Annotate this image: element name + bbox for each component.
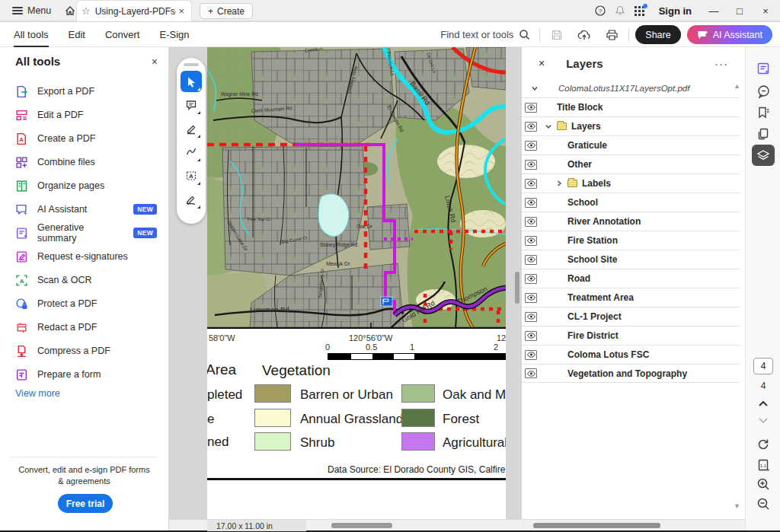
help-button[interactable]: ? — [590, 2, 610, 20]
document-vertical-scrollbar[interactable] — [514, 47, 520, 519]
minimize-button[interactable]: — — [701, 0, 727, 21]
layer-visibility-toggle[interactable] — [525, 141, 537, 151]
layer-group-labels[interactable]: Labels — [522, 174, 740, 193]
sign-in-button[interactable]: Sign in — [650, 5, 701, 17]
next-page-button[interactable] — [752, 413, 775, 428]
layer-visibility-toggle[interactable] — [525, 274, 537, 284]
ai-assistant-button[interactable]: AI Assistant — [687, 25, 772, 44]
layer-row-river-annotation[interactable]: River Annotation — [522, 212, 740, 231]
bookmarks-rail-button[interactable] — [752, 102, 775, 123]
page-thumbnails-rail-button[interactable] — [752, 123, 775, 145]
tool-redact-pdf[interactable]: Redact a PDF — [9, 317, 160, 338]
layer-row-school[interactable]: School — [522, 193, 740, 212]
tool-combine-files[interactable]: Combine files — [9, 151, 160, 173]
scroll-up-arrow-icon[interactable]: ▲ — [734, 82, 740, 90]
select-tool-button[interactable] — [181, 71, 202, 92]
layer-row-treatment-area[interactable]: Treatment Area — [522, 288, 740, 307]
notifications-button[interactable] — [610, 2, 630, 20]
layers-overflow-menu[interactable]: ··· — [714, 57, 728, 70]
layer-visibility-toggle[interactable] — [525, 350, 537, 360]
layer-visibility-toggle[interactable] — [525, 236, 537, 246]
menu-convert[interactable]: Convert — [105, 22, 140, 47]
share-button[interactable]: Share — [635, 25, 680, 44]
tool-compress-pdf[interactable]: Compress a PDF — [9, 340, 160, 362]
tool-create-pdf[interactable]: A Create a PDF — [9, 128, 160, 149]
layer-row-fire-district[interactable]: Fire District — [522, 326, 740, 345]
tool-edit-pdf[interactable]: Edit a PDF — [9, 104, 160, 126]
view-more-link[interactable]: View more — [15, 388, 60, 399]
previous-page-button[interactable] — [752, 396, 775, 411]
tool-prepare-form[interactable]: Prepare a form — [9, 364, 160, 385]
tool-scan-ocr[interactable]: A Scan & OCR — [9, 269, 160, 291]
generative-summary-rail-button[interactable] — [752, 58, 775, 79]
menu-edit[interactable]: Edit — [69, 22, 85, 47]
layers-close-icon[interactable]: × — [539, 57, 545, 69]
tool-organize-pages[interactable]: Organize pages — [9, 175, 160, 196]
layer-visibility-toggle[interactable] — [525, 368, 537, 378]
layer-row-graticule[interactable]: Graticule — [522, 135, 740, 155]
fit-page-button[interactable]: 1:1 — [752, 454, 775, 476]
close-button[interactable]: × — [753, 0, 778, 21]
menu-all-tools[interactable]: All tools — [14, 22, 49, 47]
layer-visibility-toggle[interactable] — [525, 179, 537, 189]
layer-visibility-toggle[interactable] — [525, 160, 537, 170]
star-icon[interactable]: ☆ — [82, 5, 91, 17]
layer-row-school-site[interactable]: School Site — [522, 250, 740, 269]
tool-request-esignatures[interactable]: Request e-signatures — [9, 246, 160, 267]
print-button[interactable] — [601, 25, 622, 45]
layers-document-row[interactable]: ColomaLotus11X17LayersOpt.pdf — [522, 79, 740, 97]
create-tab-button[interactable]: + Create — [200, 3, 253, 19]
layer-visibility-toggle[interactable] — [525, 312, 537, 322]
find-text-button[interactable]: Find text or tools — [440, 29, 533, 40]
layer-visibility-toggle[interactable] — [525, 217, 537, 227]
tool-export-pdf[interactable]: Export a PDF — [9, 81, 160, 102]
fill-sign-tool-button[interactable] — [181, 189, 202, 210]
layer-row-other[interactable]: Other — [522, 155, 740, 174]
tool-generative-summary[interactable]: Generative summary NEW — [9, 222, 160, 244]
layer-visibility-toggle[interactable] — [525, 198, 537, 208]
tool-ai-assistant[interactable]: AI Assistant NEW — [9, 199, 160, 220]
toolbar-drag-handle[interactable] — [184, 63, 199, 66]
layer-row-vegetation-topography[interactable]: Vegetation and Topography — [522, 364, 740, 383]
apps-button[interactable] — [630, 2, 650, 20]
draw-tool-button[interactable] — [181, 142, 202, 163]
document-horizontal-scrollbar-thumb[interactable] — [331, 523, 392, 528]
layers-rail-button[interactable] — [752, 145, 775, 166]
save-button[interactable] — [546, 25, 567, 45]
layer-visibility-toggle[interactable] — [525, 293, 537, 303]
layer-row-fire-station[interactable]: Fire Station — [522, 231, 740, 250]
zoom-out-button[interactable] — [752, 493, 775, 514]
all-tools-close-icon[interactable]: × — [152, 56, 158, 68]
chevron-down-icon[interactable] — [545, 123, 552, 130]
maximize-button[interactable]: □ — [727, 0, 753, 21]
comment-tool-button[interactable] — [181, 94, 202, 116]
upload-cloud-button[interactable] — [574, 25, 595, 45]
layer-row-coloma-lotus-fsc[interactable]: Coloma Lotus FSC — [522, 345, 740, 364]
all-tools-panel: All tools × Export a PDF Edit a PDF A Cr… — [0, 47, 169, 530]
menu-esign[interactable]: E-Sign — [159, 22, 189, 47]
layer-row-title-block[interactable]: Title Block — [522, 97, 740, 116]
layer-visibility-toggle[interactable] — [525, 103, 537, 113]
free-trial-button[interactable]: Free trial — [58, 494, 113, 513]
scroll-down-arrow-icon[interactable]: ▼ — [734, 502, 740, 510]
menu-button[interactable]: Menu — [6, 2, 57, 19]
zoom-in-button[interactable] — [752, 473, 775, 495]
highlight-tool-button[interactable] — [181, 118, 202, 139]
comments-rail-button[interactable] — [752, 81, 775, 102]
add-text-box-tool-button[interactable]: A — [181, 165, 202, 186]
layer-group-layers[interactable]: Layers — [522, 116, 740, 135]
chevron-down-icon[interactable] — [531, 84, 539, 92]
layer-row-road[interactable]: Road — [522, 269, 740, 288]
layer-visibility-toggle[interactable] — [525, 122, 537, 132]
rotate-page-button[interactable] — [752, 434, 775, 455]
chevron-right-icon[interactable] — [555, 180, 563, 187]
layer-visibility-toggle[interactable] — [525, 331, 537, 341]
document-tab[interactable]: ☆ Using-Layerd-PDFs-wit... × — [76, 0, 192, 21]
layer-visibility-toggle[interactable] — [525, 255, 537, 265]
layer-row-cl1-project[interactable]: CL-1 Project — [522, 307, 740, 326]
layers-horizontal-scrollbar-thumb[interactable] — [533, 523, 660, 528]
scrollbar-thumb[interactable] — [515, 272, 519, 304]
tool-protect-pdf[interactable]: Protect a PDF — [9, 293, 160, 314]
page-number-input[interactable]: 4 — [753, 358, 773, 374]
tab-close-icon[interactable]: × — [176, 5, 187, 17]
